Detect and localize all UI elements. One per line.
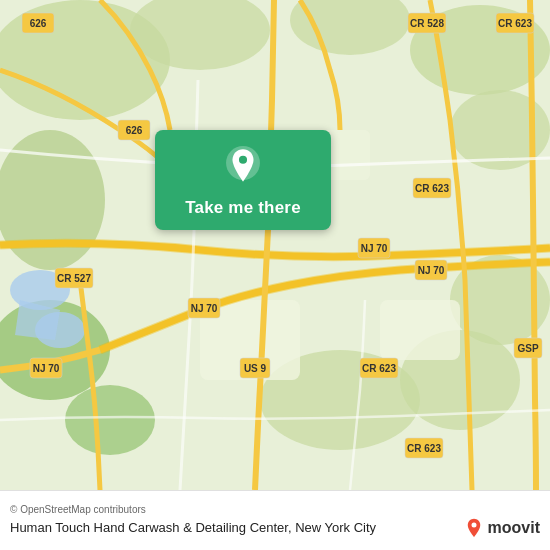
moovit-logo: moovit: [464, 518, 540, 538]
osm-credit: © OpenStreetMap contributors: [10, 504, 540, 515]
svg-text:CR 623: CR 623: [415, 183, 449, 194]
svg-point-8: [65, 385, 155, 455]
svg-text:CR 528: CR 528: [410, 18, 444, 29]
svg-point-48: [471, 522, 476, 527]
map-view: 626 626 CR 528 CR 623 NJ 70 NJ 70 NJ 70 …: [0, 0, 550, 490]
svg-text:626: 626: [30, 18, 47, 29]
svg-text:NJ 70: NJ 70: [418, 265, 445, 276]
location-text: Human Touch Hand Carwash & Detailing Cen…: [10, 520, 464, 535]
svg-text:GSP: GSP: [517, 343, 538, 354]
moovit-text: moovit: [488, 519, 540, 537]
svg-text:CR 527: CR 527: [57, 273, 91, 284]
take-me-there-label: Take me there: [185, 198, 301, 218]
moovit-pin-icon: [464, 518, 484, 538]
svg-text:US 9: US 9: [244, 363, 267, 374]
bottom-bar: © OpenStreetMap contributors Human Touch…: [0, 490, 550, 550]
take-me-there-card[interactable]: Take me there: [155, 130, 331, 230]
location-pin-icon: [222, 146, 264, 188]
svg-text:CR 623: CR 623: [407, 443, 441, 454]
svg-text:626: 626: [126, 125, 143, 136]
svg-text:NJ 70: NJ 70: [33, 363, 60, 374]
location-row: Human Touch Hand Carwash & Detailing Cen…: [10, 518, 540, 538]
svg-text:NJ 70: NJ 70: [361, 243, 388, 254]
svg-text:CR 623: CR 623: [362, 363, 396, 374]
svg-point-47: [239, 156, 247, 164]
svg-rect-16: [380, 300, 460, 360]
svg-text:NJ 70: NJ 70: [191, 303, 218, 314]
svg-text:CR 623: CR 623: [498, 18, 532, 29]
